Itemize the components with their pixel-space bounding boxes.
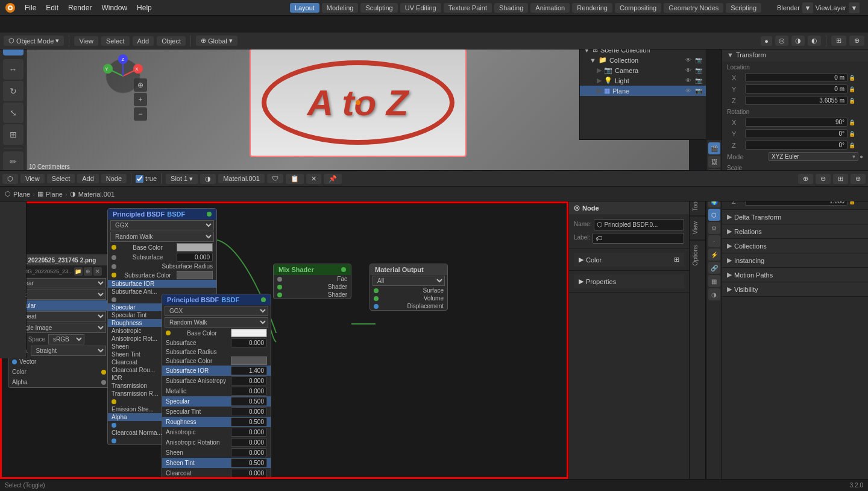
lock-rx[interactable]: 🔒 <box>849 119 858 125</box>
shading-render[interactable]: ◐ <box>808 36 821 46</box>
outliner-light[interactable]: ▶ 💡 Light 👁 📷 <box>580 75 706 86</box>
rendering-tab[interactable]: Rendering <box>572 3 612 13</box>
node-select-menu[interactable]: Select <box>47 174 75 183</box>
motion-paths-header[interactable]: ▶ Motion Paths <box>722 268 868 282</box>
p2-rough-val[interactable]: 0.500 <box>231 417 267 426</box>
move-tool[interactable]: ↔ <box>3 59 24 80</box>
scale-tool[interactable]: ⤡ <box>3 103 24 123</box>
light-visibility[interactable]: 👁 <box>685 77 691 84</box>
p1-sub-val[interactable]: 0.000 <box>177 253 213 262</box>
p2-spec-val[interactable]: 0.500 <box>231 397 267 406</box>
modeling-tab[interactable]: Modeling <box>322 3 359 13</box>
properties-section-header[interactable]: ▶ Properties <box>574 274 684 288</box>
p2-base-color-field[interactable] <box>231 329 267 337</box>
output-target-select[interactable]: All <box>373 276 445 286</box>
menu-help[interactable]: Help <box>133 2 156 13</box>
p2-sheen-tint-val[interactable]: 0.500 <box>231 458 267 467</box>
p2-sheen-val[interactable]: 0.000 <box>231 448 267 457</box>
animation-tab[interactable]: Animation <box>530 3 570 13</box>
material-new[interactable]: 📋 <box>286 174 304 184</box>
location-y[interactable]: 0 m <box>745 84 848 93</box>
p2-walk-select[interactable]: Random Walk <box>165 317 268 328</box>
node-principled2[interactable]: Principled BSDF BSDF GGX Random Walk Bas… <box>162 294 271 479</box>
node-tab-view[interactable]: View <box>690 216 705 239</box>
p2-aniso-rot-val[interactable]: 0.000 <box>231 438 267 447</box>
props-icon-modifier[interactable]: ⚙ <box>708 222 720 234</box>
scene-dropdown[interactable]: ▼ <box>802 2 813 13</box>
rotation-x[interactable]: 90° <box>745 118 848 127</box>
camera-visibility[interactable]: 👁 <box>685 67 691 74</box>
relations-header[interactable]: ▶ Relations <box>722 224 868 238</box>
material-type-icon[interactable]: ◑ <box>200 174 216 184</box>
node-add-menu[interactable]: Add <box>77 174 99 183</box>
color-section-header[interactable]: ▶ Color ⊞ <box>574 253 684 267</box>
material-pin[interactable]: 📌 <box>324 174 342 184</box>
props-icon-output[interactable]: 🖼 <box>708 156 720 168</box>
props-icon-physics[interactable]: ⚡ <box>708 249 720 261</box>
image-close-btn[interactable]: ✕ <box>93 267 102 276</box>
shading-tab[interactable]: Shading <box>494 3 528 13</box>
instancing-header[interactable]: ▶ Instancing <box>722 253 868 267</box>
node-tab-options[interactable]: Options <box>690 239 705 270</box>
transform-header[interactable]: ▼ Transform <box>722 48 868 62</box>
p2-sub-aniso-val[interactable]: 0.000 <box>231 376 267 385</box>
mode-dropdown[interactable]: XYZ Euler ▾ <box>769 152 858 161</box>
object-menu[interactable]: Object <box>157 36 186 46</box>
props-icon-particles[interactable]: · <box>708 235 720 247</box>
props-icon-material[interactable]: ◑ <box>708 288 720 300</box>
compositing-tab[interactable]: Compositing <box>615 3 661 13</box>
p2-metal-val[interactable]: 0.000 <box>231 387 267 396</box>
uv-editing-tab[interactable]: UV Editing <box>400 3 441 13</box>
plane-render[interactable]: 📷 <box>695 87 702 94</box>
scripting-tab[interactable]: Scripting <box>726 3 761 13</box>
node-editor-icon[interactable]: ⬡ <box>2 174 18 184</box>
shading-solid[interactable]: ● <box>761 36 772 46</box>
use-nodes-checkbox[interactable] <box>136 175 143 183</box>
delta-transform-header[interactable]: ▶ Delta Transform <box>722 210 868 224</box>
label-field[interactable]: 🏷 <box>593 233 684 244</box>
p1-sub-c-field[interactable] <box>177 271 213 279</box>
nav-perspective[interactable]: ⊕ <box>134 78 147 92</box>
crumb-plane1[interactable]: Plane <box>13 191 30 198</box>
node-zoom-out[interactable]: ⊖ <box>816 174 831 184</box>
menu-window[interactable]: Window <box>97 2 131 13</box>
outliner-plane[interactable]: ▶ ▦ Plane 👁 📷 <box>580 86 706 96</box>
node-material-output[interactable]: Material Output All Surface Volume Displ… <box>370 264 448 311</box>
node-grid[interactable]: ⊞ <box>833 174 848 184</box>
node-view-menu[interactable]: View <box>20 174 45 183</box>
lock-z[interactable]: 🔒 <box>849 98 858 104</box>
plane-visibility[interactable]: 👁 <box>685 87 691 94</box>
image-folder-btn[interactable]: 📁 <box>74 267 83 276</box>
crumb-material[interactable]: Material.001 <box>78 191 115 198</box>
select-menu[interactable]: Select <box>101 36 130 46</box>
p2-sub-c-field[interactable] <box>231 356 267 365</box>
material-shield[interactable]: 🛡 <box>267 174 283 183</box>
collection-visibility[interactable]: 👁 <box>685 57 691 63</box>
lock-ry[interactable]: 🔒 <box>849 131 858 137</box>
camera-render[interactable]: 📷 <box>695 67 702 74</box>
layout-tab[interactable]: Layout <box>290 3 319 13</box>
location-x[interactable]: 0 m <box>745 73 848 82</box>
material-close[interactable]: ✕ <box>306 174 321 184</box>
node-mix-shader[interactable]: Mix Shader Fac Shader Shader <box>273 264 351 299</box>
props-icon-constraints[interactable]: 🔗 <box>708 262 720 274</box>
p2-spec-tint-val[interactable]: 0.000 <box>231 407 267 416</box>
alpha-select[interactable]: Straight <box>31 346 106 356</box>
p1-walk-select[interactable]: Random Walk <box>110 232 214 242</box>
node-zoom-in[interactable]: ⊕ <box>798 174 813 184</box>
rotate-tool[interactable]: ↻ <box>3 81 24 101</box>
menu-file[interactable]: File <box>20 2 40 13</box>
shading-wireframe[interactable]: ◎ <box>775 36 788 46</box>
props-icon-render[interactable]: 🎬 <box>708 142 720 154</box>
menu-render[interactable]: Render <box>64 2 96 13</box>
nav-zoom-out[interactable]: − <box>134 107 147 121</box>
global-selector[interactable]: ⊕ Global ▾ <box>196 36 237 46</box>
props-icon-data[interactable]: ▦ <box>708 275 720 287</box>
collection-render[interactable]: 📷 <box>695 57 702 63</box>
rotation-y[interactable]: 0° <box>745 129 848 138</box>
geometry-nodes-tab[interactable]: Geometry Nodes <box>664 3 723 13</box>
add-menu[interactable]: Add <box>133 36 154 46</box>
sculpting-tab[interactable]: Sculpting <box>360 3 397 13</box>
mode-selector[interactable]: ⬡ Object Mode ▾ <box>4 36 64 46</box>
outliner-collection[interactable]: ▼ 📁 Collection 👁 📷 <box>580 55 706 65</box>
